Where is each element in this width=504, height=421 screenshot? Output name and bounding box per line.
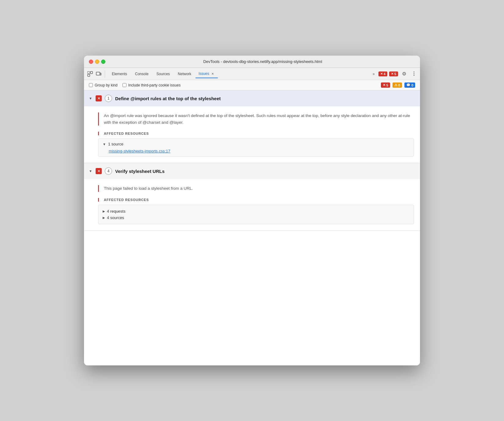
window-title: DevTools - devtools-dbg-stories.netlify.…: [110, 59, 415, 64]
issue-error-icon-2: ✕: [97, 169, 100, 173]
tab-bar: Elements Console Sources Network Issues …: [84, 68, 420, 80]
tab-issues[interactable]: Issues ✕: [195, 70, 218, 78]
issue-description-1: An @import rule was ignored because it w…: [98, 112, 414, 126]
tab-network[interactable]: Network: [174, 69, 195, 79]
include-third-party-text: Include third-party cookie issues: [128, 83, 181, 87]
requests-label-2: 4 requests: [107, 209, 126, 214]
title-bar: DevTools - devtools-dbg-stories.netlify.…: [84, 56, 420, 68]
tab-console[interactable]: Console: [131, 69, 152, 79]
filter-badges: ✕ 5 ⚠ 0 💬 0: [381, 82, 415, 88]
group-by-kind-label[interactable]: Group by kind: [89, 83, 118, 87]
filter-info-count: 0: [411, 83, 413, 87]
issue-count-2: 4: [105, 167, 112, 175]
sources-chevron-2: ▶: [103, 216, 105, 219]
svg-rect-2: [88, 74, 90, 76]
filter-error-icon: ✕: [383, 83, 385, 87]
inspector-icon[interactable]: [86, 70, 94, 78]
filter-error-badge: ✕ 5: [381, 82, 390, 88]
issue-title-1: Define @import rules at the top of the s…: [115, 96, 221, 101]
source-toggle-1[interactable]: ▼ 1 source: [103, 142, 409, 146]
chevron-down-icon-1: ▼: [89, 97, 93, 100]
source-chevron-1: ▼: [103, 142, 106, 146]
svg-rect-3: [96, 72, 100, 75]
filter-bar: Group by kind Include third-party cookie…: [84, 80, 420, 90]
issue-title-2: Verify stylesheet URLs: [115, 169, 165, 174]
tab-sources[interactable]: Sources: [153, 69, 173, 79]
affected-resources-label-2: AFFECTED RESOURCES: [98, 198, 414, 202]
main-content: ▼ ✕ 1 Define @import rules at the top of…: [84, 90, 420, 365]
source-toggle-label-1: 1 source: [108, 142, 123, 146]
traffic-lights: [89, 60, 105, 64]
filter-warning-count: 0: [398, 83, 400, 87]
devtools-icons: [86, 70, 105, 78]
responsive-icon[interactable]: [95, 70, 102, 78]
issue-block-2: ▼ ✕ 4 Verify stylesheet URLs This page f…: [84, 163, 420, 231]
tab-elements[interactable]: Elements: [108, 69, 131, 79]
sources-label-2: 4 sources: [107, 215, 124, 220]
settings-button[interactable]: ⚙: [400, 70, 408, 78]
error-count-4: 4: [384, 72, 385, 76]
issue-header-2[interactable]: ▼ ✕ 4 Verify stylesheet URLs: [84, 163, 420, 179]
filter-info-icon: 💬: [406, 83, 411, 87]
filter-warning-icon: ⚠: [394, 83, 397, 87]
filter-info-badge: 💬 0: [404, 82, 415, 88]
issue-body-2: This page failed to load a stylesheet fr…: [84, 179, 420, 230]
include-third-party-label[interactable]: Include third-party cookie issues: [122, 83, 181, 87]
error-icon-5: ✕: [391, 72, 393, 75]
sources-toggle-2[interactable]: ▶ 4 sources: [103, 214, 409, 221]
group-by-kind-text: Group by kind: [95, 83, 118, 87]
error-count-5: 5: [394, 72, 396, 76]
minimize-button[interactable]: [95, 60, 99, 64]
svg-rect-0: [88, 71, 90, 74]
more-tabs-button[interactable]: »: [371, 71, 377, 77]
issue-header-1[interactable]: ▼ ✕ 1 Define @import rules at the top of…: [84, 90, 420, 106]
error-badge-4: ✕ 4: [378, 71, 387, 76]
svg-rect-4: [100, 73, 101, 75]
chevron-down-icon-2: ▼: [89, 169, 93, 173]
requests-chevron-2: ▶: [103, 210, 105, 213]
issue-error-icon-1: ✕: [97, 97, 100, 101]
issue-error-badge-1: ✕: [96, 95, 102, 101]
tab-issues-close[interactable]: ✕: [210, 71, 215, 76]
devtools-window: DevTools - devtools-dbg-stories.netlify.…: [84, 56, 420, 365]
close-button[interactable]: [89, 60, 93, 64]
issue-count-1: 1: [105, 95, 112, 102]
affected-resources-label-1: AFFECTED RESOURCES: [98, 132, 414, 135]
include-third-party-checkbox[interactable]: [122, 83, 126, 87]
error-badge-5: ✕ 5: [389, 71, 398, 76]
issue-block-1: ▼ ✕ 1 Define @import rules at the top of…: [84, 90, 420, 163]
tab-issues-label: Issues: [199, 71, 209, 76]
group-by-kind-checkbox[interactable]: [89, 83, 93, 87]
filter-warning-badge: ⚠ 0: [393, 82, 402, 88]
maximize-button[interactable]: [101, 60, 105, 64]
more-options-button[interactable]: ⋮: [410, 70, 418, 78]
svg-rect-1: [90, 71, 93, 74]
source-link-1[interactable]: missing-stylesheets-imports.css:17: [103, 149, 409, 153]
requests-toggle-2[interactable]: ▶ 4 requests: [103, 208, 409, 214]
resources-box-2: ▶ 4 requests ▶ 4 sources: [98, 205, 414, 224]
issue-error-badge-2: ✕: [96, 168, 102, 174]
tab-bar-right: » ✕ 4 ✕ 5 ⚙ ⋮: [371, 70, 418, 78]
filter-error-count: 5: [386, 83, 388, 87]
error-icon-4: ✕: [380, 72, 383, 75]
issue-description-2: This page failed to load a stylesheet fr…: [98, 185, 414, 192]
resources-box-1: ▼ 1 source missing-stylesheets-imports.c…: [98, 138, 414, 157]
issue-body-1: An @import rule was ignored because it w…: [84, 106, 420, 163]
